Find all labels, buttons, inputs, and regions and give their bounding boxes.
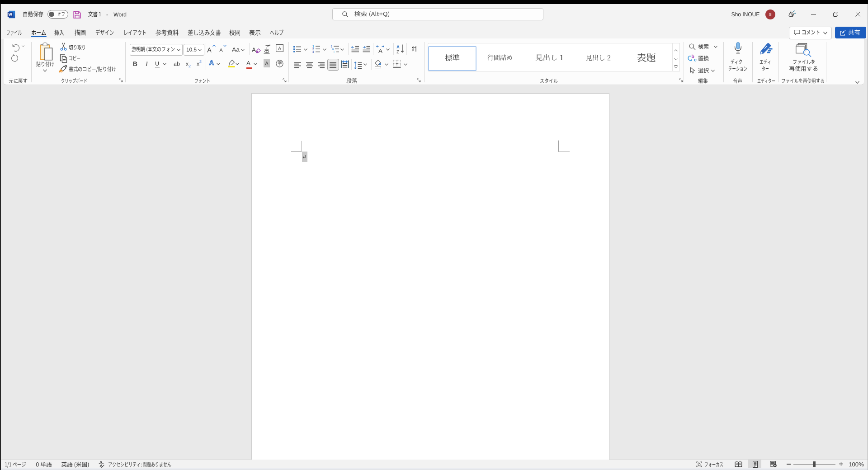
svg-text:3: 3	[312, 50, 314, 53]
svg-text:i: i	[334, 50, 334, 53]
